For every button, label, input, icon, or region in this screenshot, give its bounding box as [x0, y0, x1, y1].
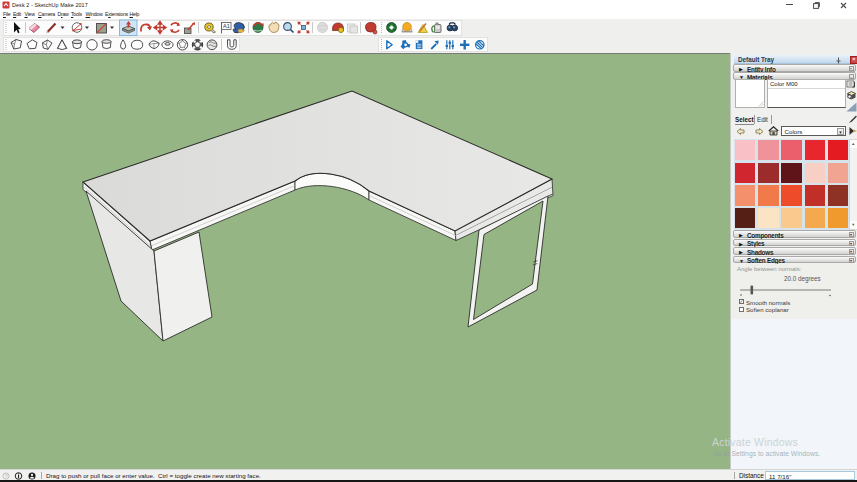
svg-text:?: ?: [5, 473, 8, 479]
svg-text:A1: A1: [223, 23, 230, 29]
